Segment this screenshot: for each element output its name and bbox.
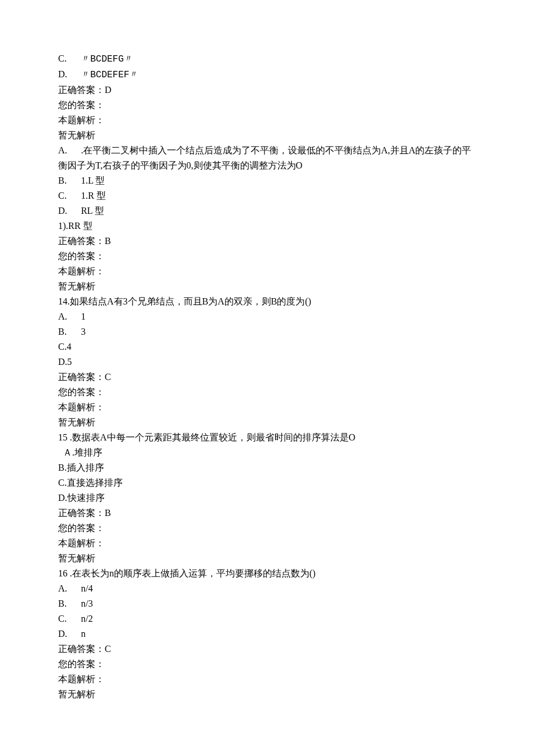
q16-stem: 16 .在表长为n的顺序表上做插入运算，平均要挪移的结点数为()	[58, 566, 477, 581]
q16-c-text: n/2	[81, 614, 92, 624]
q16-a-letter: A.	[58, 581, 79, 596]
q13-option-b: B. 1.L 型	[58, 173, 477, 188]
q14-your-answer: 您的答案：	[58, 385, 477, 400]
q14-option-c: C.4	[58, 339, 477, 354]
q16-option-c: C. n/2	[58, 611, 477, 626]
q13-d-text: RL 型	[81, 206, 104, 216]
q16-d-letter: D.	[58, 626, 79, 642]
q12-your-answer: 您的答案：	[58, 98, 477, 113]
q12-correct-answer: 正确答案：D	[58, 83, 477, 98]
q12-explain-label: 本题解析：	[58, 113, 477, 128]
q13-d-letter: D.	[58, 203, 79, 218]
q16-option-a: A. n/4	[58, 581, 477, 596]
q13-b-text: 1.L 型	[81, 175, 105, 185]
q15-option-d: D.快速排序	[58, 490, 477, 506]
q16-your-answer: 您的答案：	[58, 657, 477, 672]
q13-b-letter: B.	[58, 173, 79, 188]
q16-explain-label: 本题解析：	[58, 672, 477, 687]
q14-explain-text: 暂无解析	[58, 415, 477, 430]
q14-correct-answer: 正确答案：C	[58, 370, 477, 385]
q15-explain-label: 本题解析：	[58, 536, 477, 551]
q13-c-text: 1.R 型	[81, 191, 106, 200]
q13-correct-answer: 正确答案：B	[58, 234, 477, 249]
q16-option-b: B. n/3	[58, 596, 477, 611]
q16-option-d: D. n	[58, 626, 477, 642]
q14-a-letter: A.	[58, 309, 79, 324]
q15-your-answer: 您的答案：	[58, 521, 477, 536]
q13-option-d: D. RL 型	[58, 203, 477, 218]
q15-explain-text: 暂无解析	[58, 551, 477, 566]
q14-b-text: 3	[81, 327, 85, 336]
q16-b-text: n/3	[81, 599, 92, 608]
q12-c-text: 〃BCDEFG〃	[81, 54, 133, 65]
q16-correct-answer: 正确答案：C	[58, 642, 477, 657]
q16-d-text: n	[81, 629, 85, 639]
q13-c-letter: C.	[58, 188, 79, 203]
q13-a-letter: A.	[58, 143, 79, 158]
q14-a-text: 1	[81, 311, 85, 321]
q13-explain-label: 本题解析：	[58, 264, 477, 279]
q14-option-d: D.5	[58, 354, 477, 370]
q12-option-c: C. 〃BCDEFG〃	[58, 51, 477, 67]
q15-correct-answer: 正确答案：B	[58, 506, 477, 521]
q12-d-letter: D.	[58, 67, 79, 82]
q14-stem: 14.如果结点A有3个兄弟结点，而且B为A的双亲，则B的度为()	[58, 294, 477, 309]
q15-option-a: Ａ.堆排序	[58, 445, 477, 460]
q14-option-a: A. 1	[58, 309, 477, 324]
q14-option-b: B. 3	[58, 324, 477, 339]
q12-c-letter: C.	[58, 51, 79, 66]
q15-option-b: B.插入排序	[58, 460, 477, 475]
q12-explain-text: 暂无解析	[58, 128, 477, 143]
q12-option-d: D. 〃BCDEFEF〃	[58, 67, 477, 83]
q15-stem: 15 .数据表A中每一个元素距其最终位置较近，则最省时间的排序算法是O	[58, 430, 477, 445]
q13-your-answer: 您的答案：	[58, 249, 477, 264]
q16-a-text: n/4	[81, 583, 92, 593]
q16-explain-text: 暂无解析	[58, 687, 477, 702]
q13-option-1: 1).RR 型	[58, 218, 477, 234]
q13-a-text: .在平衡二叉树中插入一个结点后造成为了不平衡，设最低的不平衡结点为A,并且A的左…	[58, 145, 471, 170]
q13-option-c: C. 1.R 型	[58, 188, 477, 203]
q14-explain-label: 本题解析：	[58, 400, 477, 415]
q13-explain-text: 暂无解析	[58, 279, 477, 294]
q14-b-letter: B.	[58, 324, 79, 339]
q12-d-text: 〃BCDEFEF〃	[81, 70, 138, 80]
q16-c-letter: C.	[58, 611, 79, 626]
q15-option-c: C.直接选择排序	[58, 475, 477, 490]
q13-line-a: A. .在平衡二叉树中插入一个结点后造成为了不平衡，设最低的不平衡结点为A,并且…	[58, 143, 477, 173]
q16-b-letter: B.	[58, 596, 79, 611]
